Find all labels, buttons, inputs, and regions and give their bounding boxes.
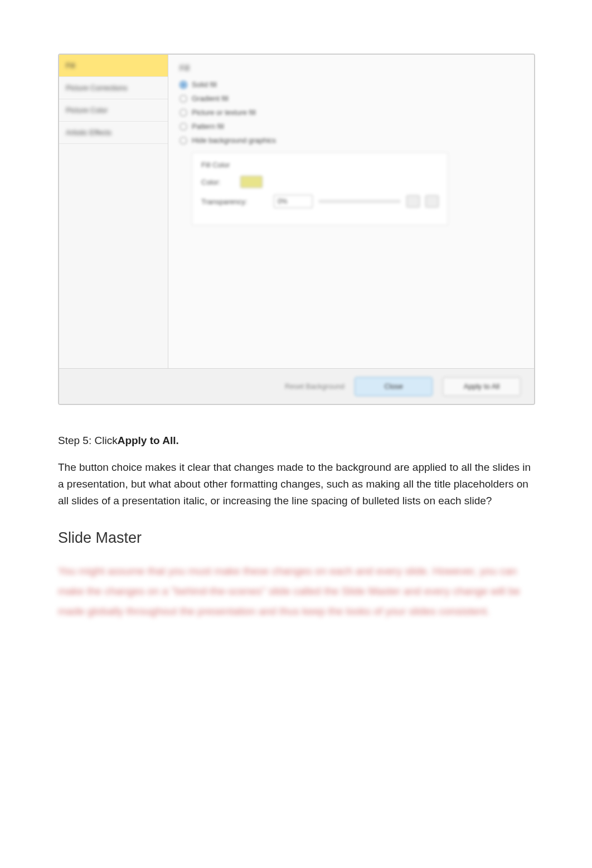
radio-hide-background-graphics[interactable]: Hide background graphics	[179, 136, 523, 144]
radio-gradient-fill[interactable]: Gradient fill	[179, 94, 523, 103]
dialog-sidebar: Fill Picture Corrections Picture Color A…	[59, 55, 168, 368]
sidebar-tab-label: Artistic Effects	[66, 128, 111, 137]
radio-icon	[179, 81, 187, 89]
dialog-footer: Reset Background Close Apply to All	[59, 368, 534, 404]
radio-solid-fill[interactable]: Solid fill	[179, 80, 523, 89]
transparency-value: 0%	[278, 197, 287, 205]
radio-icon	[179, 95, 187, 103]
transparency-row: Transparency: 0%	[201, 195, 439, 208]
step-5-line: Step 5: ClickApply to All.	[58, 433, 534, 449]
radio-icon	[179, 123, 187, 131]
color-row: Color:	[201, 176, 439, 188]
paragraph-1: The button choice makes it clear that ch…	[58, 459, 534, 509]
blurred-paragraph: You might assume that you must make thes…	[58, 561, 534, 621]
sidebar-tab-label: Picture Color	[66, 106, 108, 114]
sidebar-tab-artistic-effects[interactable]: Artistic Effects	[59, 122, 168, 144]
mini-swatch-a	[406, 195, 420, 208]
mini-swatch-b	[425, 195, 439, 208]
fill-color-group-label: Fill Color	[201, 161, 439, 169]
transparency-label: Transparency:	[201, 197, 268, 206]
color-swatch[interactable]	[240, 176, 263, 188]
radio-label: Picture or texture fill	[192, 108, 256, 117]
close-button-label: Close	[384, 382, 402, 390]
transparency-spinner[interactable]: 0%	[274, 195, 313, 208]
dialog-body: Fill Picture Corrections Picture Color A…	[59, 55, 534, 368]
step-prefix: Step 5: Click	[58, 435, 118, 446]
sidebar-tab-label: Picture Corrections	[66, 84, 128, 92]
sidebar-tab-picture-corrections[interactable]: Picture Corrections	[59, 77, 168, 99]
apply-to-all-label: Apply to All	[464, 382, 499, 390]
sidebar-tab-label: Fill	[66, 61, 75, 70]
format-background-dialog: Fill Picture Corrections Picture Color A…	[58, 54, 535, 405]
heading-slide-master: Slide Master	[58, 529, 534, 547]
pane-title: Fill	[179, 64, 523, 73]
close-button[interactable]: Close	[355, 377, 433, 396]
radio-label: Pattern fill	[192, 122, 224, 131]
radio-label: Hide background graphics	[192, 136, 276, 144]
radio-label: Gradient fill	[192, 94, 229, 103]
radio-icon	[179, 109, 187, 117]
color-label: Color:	[201, 178, 235, 186]
transparency-slider-track[interactable]	[318, 200, 401, 203]
radio-label: Solid fill	[192, 80, 217, 89]
radio-pattern-fill[interactable]: Pattern fill	[179, 122, 523, 131]
radio-icon	[179, 137, 187, 144]
sidebar-tab-picture-color[interactable]: Picture Color	[59, 99, 168, 122]
reset-background-link[interactable]: Reset Background	[285, 382, 344, 390]
apply-to-all-button[interactable]: Apply to All	[443, 377, 521, 396]
radio-picture-texture-fill[interactable]: Picture or texture fill	[179, 108, 523, 117]
fill-settings-panel: Fill Color Color: Transparency: 0%	[192, 152, 448, 225]
fill-radio-list: Solid fill Gradient fill Picture or text…	[179, 80, 523, 144]
step-bold: Apply to All.	[118, 435, 179, 446]
sidebar-tab-fill[interactable]: Fill	[59, 55, 168, 77]
dialog-main-pane: Fill Solid fill Gradient fill Picture or…	[168, 55, 534, 368]
